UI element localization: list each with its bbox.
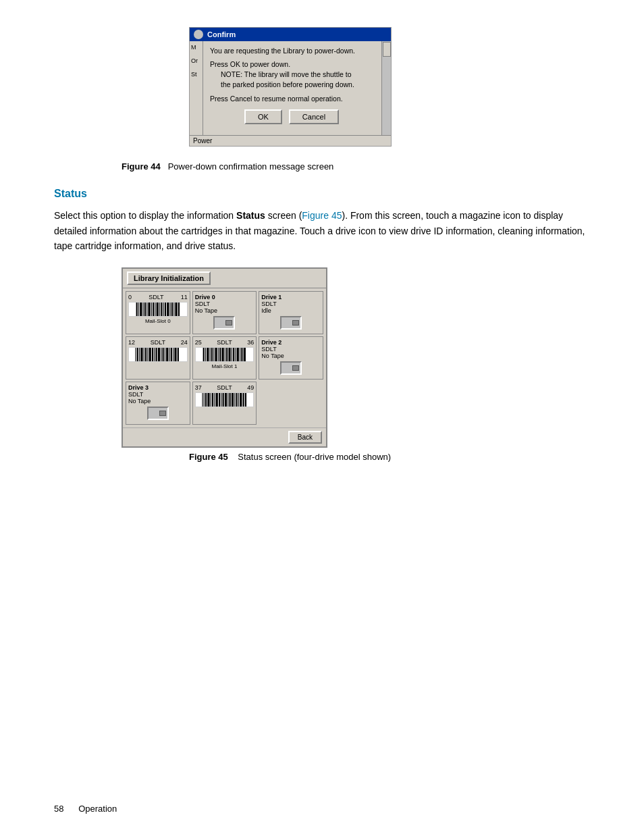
svg-rect-70 [219,393,220,407]
svg-rect-77 [234,393,235,407]
svg-rect-38 [171,348,172,361]
svg-rect-74 [227,393,228,407]
svg-rect-36 [166,348,168,361]
dialog-icon [194,30,203,39]
svg-rect-64 [205,393,207,407]
page-footer: 58 Operation [54,804,117,814]
svg-rect-5 [146,303,147,316]
status-heading: Status [54,188,590,200]
svg-rect-61 [243,348,245,361]
barcode-25 [195,347,254,362]
svg-rect-75 [229,393,230,407]
svg-rect-58 [236,348,238,361]
svg-rect-43 [205,348,206,361]
drive-1-icon [280,316,302,330]
svg-rect-65 [207,393,209,407]
svg-rect-14 [165,303,166,316]
svg-rect-19 [175,303,177,316]
svg-rect-45 [209,348,210,361]
svg-rect-9 [155,303,155,316]
svg-rect-48 [215,348,217,361]
page-content: Confirm M Or St [0,0,644,509]
back-button[interactable]: Back [288,431,322,444]
drive-0-icon [213,316,235,330]
svg-rect-23 [139,348,140,361]
svg-rect-56 [233,348,234,361]
figure-44-caption-text [163,161,165,172]
dialog-buttons: OK Cancel [210,109,373,130]
confirm-dialog: Confirm M Or St [189,27,392,147]
drive-1-cell[interactable]: Drive 1 SDLT Idle [259,291,323,334]
svg-rect-47 [213,348,214,361]
svg-rect-26 [145,348,146,361]
figure45-link[interactable]: Figure 45 [302,210,342,221]
dialog-msg3: Press Cancel to resume normal operation. [210,95,373,103]
svg-rect-29 [152,348,153,361]
status-screen-header: Library Initialization [123,269,326,288]
sidebar-or: Or [191,57,201,64]
sidebar-st: St [191,71,201,78]
back-button-row: Back [123,427,326,446]
svg-rect-54 [228,348,230,361]
ok-button[interactable]: OK [244,109,282,124]
svg-rect-78 [236,393,237,407]
svg-rect-37 [169,348,169,361]
drive-2-cell[interactable]: Drive 2 SDLT No Tape [259,336,323,380]
figure-45-caption: Figure 45 Status screen (four-drive mode… [189,452,590,462]
cancel-button[interactable]: Cancel [289,109,339,124]
svg-rect-6 [148,303,150,316]
svg-rect-50 [219,348,221,361]
svg-rect-72 [222,393,223,407]
svg-rect-44 [207,348,209,361]
svg-rect-62 [202,393,203,407]
svg-rect-33 [161,348,161,361]
svg-rect-41 [178,348,179,361]
svg-rect-59 [240,348,240,361]
svg-rect-12 [161,303,162,316]
svg-rect-69 [215,393,217,407]
svg-rect-40 [174,348,176,361]
svg-rect-24 [140,348,142,361]
svg-rect-7 [151,303,152,316]
svg-rect-10 [157,303,159,316]
svg-rect-66 [210,393,211,407]
svg-rect-20 [178,303,180,316]
svg-rect-49 [217,348,218,361]
magazine-12-cell[interactable]: 12 SDLT 24 [126,336,190,380]
drive-3-icon [147,407,169,420]
svg-rect-15 [167,303,169,316]
svg-rect-30 [154,348,155,361]
sidebar-m: M [191,44,201,51]
svg-rect-25 [144,348,144,361]
svg-rect-4 [144,303,146,316]
figure-45-container: Library Initialization 0 SDLT 11 [122,267,590,462]
svg-rect-18 [173,303,174,316]
svg-rect-1 [138,303,139,316]
svg-rect-68 [214,393,215,407]
svg-rect-81 [242,393,244,407]
dialog-left-panel: M Or St [190,41,203,135]
barcode-0 [128,302,188,317]
mailslot-1-label: Mail-Slot 1 [195,363,254,369]
svg-rect-32 [158,348,160,361]
svg-rect-53 [226,348,227,361]
svg-rect-55 [231,348,232,361]
svg-rect-82 [244,393,246,407]
drive-0-cell[interactable]: Drive 0 SDLT No Tape [192,291,257,334]
drive-3-cell[interactable]: Drive 3 SDLT No Tape [126,382,190,425]
dialog-note: NOTE: The library will move the shuttle … [210,70,373,89]
mailslot-0-label: Mail-Slot 0 [128,318,188,324]
svg-rect-21 [135,348,136,361]
magazine-37-cell[interactable]: 37 SDLT 49 [192,382,257,425]
svg-rect-67 [212,393,213,407]
magazine-25-cell[interactable]: 25 SDLT 36 [192,336,257,380]
figure-44-container: Confirm M Or St [54,27,590,172]
svg-rect-51 [221,348,223,361]
svg-rect-57 [235,348,236,361]
svg-rect-42 [203,348,204,361]
svg-rect-63 [203,393,204,407]
svg-rect-11 [159,303,160,316]
svg-rect-28 [149,348,151,361]
magazine-0-cell[interactable]: 0 SDLT 11 [126,291,190,334]
svg-rect-39 [173,348,173,361]
